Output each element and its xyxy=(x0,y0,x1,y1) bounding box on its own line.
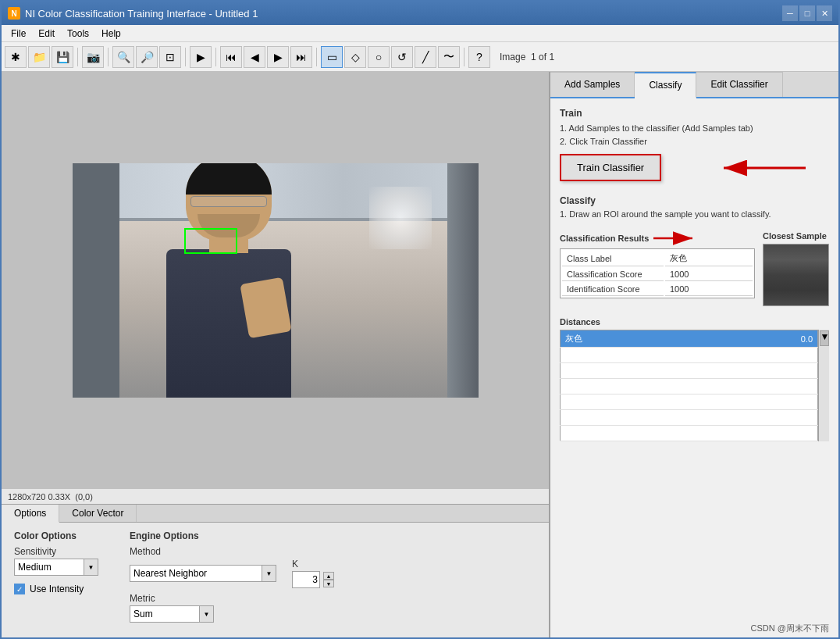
distances-scrollbar[interactable]: ▼ xyxy=(818,330,829,441)
distances-value-5 xyxy=(703,410,817,426)
maximize-button[interactable]: □ xyxy=(799,5,815,21)
classify-section: Classify 1. Draw an ROI around the sampl… xyxy=(560,195,829,219)
result-label-2: Identification Score xyxy=(562,283,664,296)
watermark-text: CSDN @周末不下雨 xyxy=(751,623,829,634)
k-spin-up[interactable]: ▲ xyxy=(323,572,334,580)
train-step2: 2. Click Train Classifier xyxy=(560,135,829,148)
toolbar-open-button[interactable]: 📁 xyxy=(28,46,50,68)
close-button[interactable]: ✕ xyxy=(817,5,832,21)
train-section: Train 1. Add Samples to the classifier (… xyxy=(560,108,829,187)
classify-title: Classify xyxy=(560,195,829,206)
toolbar-save-button[interactable]: 💾 xyxy=(52,46,73,68)
toolbar-fit-button[interactable]: ⊡ xyxy=(159,46,181,68)
person-hand xyxy=(240,277,291,337)
roi-rectangle[interactable] xyxy=(184,228,237,254)
toolbar-play-button[interactable]: ▶ xyxy=(190,46,212,68)
result-row-1: Classification Score 1000 xyxy=(562,268,753,281)
toolbar-camera-button[interactable]: 📷 xyxy=(82,46,104,68)
metric-dropdown-arrow[interactable]: ▼ xyxy=(200,605,214,623)
toolbar-poly-button[interactable]: ◇ xyxy=(344,46,366,68)
toolbar-asterisk-button[interactable]: ✱ xyxy=(5,46,27,68)
toolbar-sep-5 xyxy=(316,48,317,66)
distances-value-2 xyxy=(703,363,817,379)
distances-row-3[interactable] xyxy=(561,379,818,394)
k-spinners: ▲ ▼ xyxy=(323,572,334,587)
distances-label-1 xyxy=(561,348,703,363)
tab-classify[interactable]: Classify xyxy=(635,72,696,98)
color-options-group: Color Options Sensitivity Low Medium Hig… xyxy=(14,530,98,633)
toolbar-next-button[interactable]: ▶ xyxy=(267,46,289,68)
k-spin-down[interactable]: ▼ xyxy=(323,580,334,587)
distances-row-5[interactable] xyxy=(561,410,818,426)
metric-label: Metric xyxy=(130,593,334,604)
use-intensity-checkbox[interactable] xyxy=(14,584,25,594)
distances-row-2[interactable] xyxy=(561,363,818,379)
k-label: K xyxy=(292,559,334,569)
sensitivity-label: Sensitivity xyxy=(14,546,98,557)
toolbar-sep-1 xyxy=(77,48,78,66)
toolbar: ✱ 📁 💾 📷 🔍 🔎 ⊡ ▶ ⏮ ◀ ▶ ⏭ ▭ ◇ ○ ↺ ╱ 〜 ? Im… xyxy=(2,42,838,72)
toolbar-first-button[interactable]: ⏮ xyxy=(220,46,242,68)
toolbar-sep-2 xyxy=(108,48,109,66)
use-intensity-label: Use Intensity xyxy=(30,584,84,594)
method-field: Method Nearest Neighbor K-Nearest Neighb… xyxy=(130,546,334,588)
toolbar-zoom-out-button[interactable]: 🔎 xyxy=(136,46,158,68)
color-options-title: Color Options xyxy=(14,530,98,541)
metric-select[interactable]: Sum Mean Max xyxy=(130,605,200,623)
watermark-bar: CSDN @周末不下雨 xyxy=(550,617,838,639)
right-panel: Add Samples Classify Edit Classifier Tra… xyxy=(550,72,838,639)
title-bar: N NI Color Classification Training Inter… xyxy=(2,2,838,25)
results-title: Classification Results xyxy=(560,231,755,245)
k-input[interactable] xyxy=(292,571,320,588)
menu-tools[interactable]: Tools xyxy=(61,27,95,41)
method-row: Nearest Neighbor K-Nearest Neighbor SVM … xyxy=(130,559,334,588)
toolbar-sep-3 xyxy=(185,48,186,66)
distances-label-5 xyxy=(561,410,703,426)
toolbar-freehand-button[interactable]: 〜 xyxy=(438,46,460,68)
light xyxy=(369,187,432,249)
distances-table: 灰色 0.0 xyxy=(560,330,818,441)
distances-label-3 xyxy=(561,379,703,394)
menu-file[interactable]: File xyxy=(5,27,32,41)
toolbar-last-button[interactable]: ⏭ xyxy=(290,46,312,68)
left-panel: 1280x720 0.33X (0,0) Options Color Vecto… xyxy=(2,72,550,639)
distances-row-0[interactable]: 灰色 0.0 xyxy=(561,330,818,348)
engine-options-title: Engine Options xyxy=(130,530,334,541)
menu-help[interactable]: Help xyxy=(95,27,127,41)
classify-step1: 1. Draw an ROI around the sample you wan… xyxy=(560,209,829,219)
result-value-1: 1000 xyxy=(665,268,753,281)
left-dark xyxy=(73,163,119,398)
toolbar-image-label: Image 1 of 1 xyxy=(500,52,554,62)
toolbar-zoom-in-button[interactable]: 🔍 xyxy=(112,46,134,68)
sensitivity-dropdown-arrow[interactable]: ▼ xyxy=(84,559,98,576)
right-content: Train 1. Add Samples to the classifier (… xyxy=(550,98,838,617)
menu-edit[interactable]: Edit xyxy=(32,27,61,41)
toolbar-help-button[interactable]: ? xyxy=(468,46,490,68)
toolbar-rect-button[interactable]: ▭ xyxy=(321,46,343,68)
distances-value-4 xyxy=(703,394,817,410)
tab-edit-classifier[interactable]: Edit Classifier xyxy=(696,72,782,97)
toolbar-line-button[interactable]: ╱ xyxy=(415,46,436,68)
scrollbar-thumb[interactable]: ▼ xyxy=(820,330,829,346)
tab-add-samples[interactable]: Add Samples xyxy=(550,72,635,97)
sensitivity-select[interactable]: Low Medium High xyxy=(14,559,84,576)
distances-row-4[interactable] xyxy=(561,394,818,410)
tab-color-vector[interactable]: Color Vector xyxy=(59,505,137,522)
right-tab-bar: Add Samples Classify Edit Classifier xyxy=(550,72,838,98)
tab-options[interactable]: Options xyxy=(2,505,59,523)
method-dropdown-arrow[interactable]: ▼ xyxy=(262,565,276,582)
toolbar-rotate-button[interactable]: ↺ xyxy=(391,46,413,68)
method-select[interactable]: Nearest Neighbor K-Nearest Neighbor SVM xyxy=(130,565,262,582)
train-classifier-button[interactable]: Train Classifier xyxy=(560,154,661,181)
closest-sample-title: Closest Sample xyxy=(763,231,829,241)
menu-bar: File Edit Tools Help xyxy=(2,25,838,42)
distances-row-6[interactable] xyxy=(561,426,818,441)
distances-value-0: 0.0 xyxy=(703,330,817,348)
toolbar-ellipse-button[interactable]: ○ xyxy=(368,46,390,68)
sensitivity-field: Sensitivity Low Medium High ▼ xyxy=(14,546,98,576)
bottom-tab-bar: Options Color Vector xyxy=(2,505,549,523)
method-label: Method xyxy=(130,546,334,557)
minimize-button[interactable]: ─ xyxy=(782,5,798,21)
toolbar-prev-button[interactable]: ◀ xyxy=(244,46,265,68)
distances-row-1[interactable] xyxy=(561,348,818,363)
